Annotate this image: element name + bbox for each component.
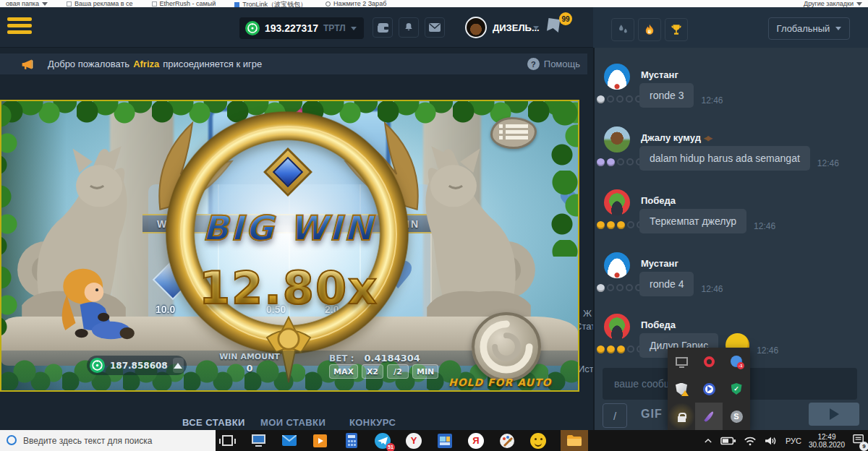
chevron-down-icon — [42, 2, 48, 6]
message-author: Победа — [641, 195, 676, 206]
chevron-down-icon — [856, 2, 862, 6]
chevron-down-icon — [533, 26, 539, 30]
taskbar-search-input[interactable] — [0, 430, 216, 451]
tray-expand-icon[interactable] — [703, 436, 713, 446]
hold-for-auto-label: HOLD FOR AUTO — [448, 377, 551, 388]
medal-icon — [626, 284, 633, 291]
yandex-browser-button[interactable]: Y — [405, 432, 422, 450]
bookmark-item[interactable]: Нажмите 2 Зараб — [326, 0, 386, 7]
megaphone-icon — [20, 58, 35, 71]
message-time: 12:46 — [701, 95, 723, 108]
task-view-button[interactable] — [218, 432, 236, 450]
chat-toggle-button[interactable]: 99 — [545, 17, 566, 39]
chevron-down-icon — [351, 27, 357, 30]
trophy-icon — [670, 23, 683, 36]
language-indicator[interactable]: РУС — [786, 437, 801, 445]
notifications-button[interactable] — [399, 17, 419, 38]
media-player-icon — [703, 383, 715, 395]
question-icon: ? — [527, 58, 540, 70]
message-bubble: Теркемпат джелур — [639, 209, 746, 233]
wifi-icon[interactable] — [744, 435, 757, 446]
channel-select[interactable]: Глобальный — [768, 17, 850, 40]
avatar[interactable] — [604, 252, 630, 278]
action-center-button[interactable]: 9 — [852, 434, 865, 448]
game-balance-value: 187.858608 — [110, 361, 168, 371]
app-badge: -1 — [737, 362, 744, 369]
mail-app-button[interactable] — [281, 432, 298, 450]
message-bubble: ronde 3 — [639, 83, 694, 108]
bookmark-item[interactable]: EtherRush - самый — [152, 0, 216, 7]
medal-icon — [607, 345, 615, 353]
mail-button[interactable] — [425, 17, 445, 38]
balance-pill[interactable]: 193.227317 ТРТЛ — [239, 17, 364, 39]
message-bubble: dalam hidup harus ada semangat — [639, 146, 810, 171]
paint-app-button[interactable] — [498, 432, 516, 450]
yandex-app-button[interactable]: Я — [467, 432, 485, 450]
tray-app[interactable] — [668, 403, 695, 430]
bookmark-item[interactable]: овая папка — [6, 0, 48, 7]
balance-value: 193.227317 — [265, 22, 318, 34]
slash-command-button[interactable]: / — [603, 403, 627, 428]
rain-icon — [616, 23, 629, 36]
tray-app[interactable]: -1 — [723, 348, 750, 375]
partial-label: Ж — [583, 308, 592, 319]
avatar[interactable] — [604, 189, 630, 215]
photos-app-button[interactable] — [436, 432, 454, 450]
bet-x2-button[interactable]: X2 — [362, 364, 383, 379]
tray-app[interactable] — [668, 375, 695, 403]
svg-text:B: B — [648, 30, 651, 34]
tray-app[interactable] — [668, 348, 695, 375]
envelope-icon — [429, 23, 441, 32]
tab-my-bets[interactable]: МОИ СТАВКИ — [260, 417, 326, 428]
bet-half-button[interactable]: /2 — [387, 364, 409, 379]
contest-button[interactable] — [665, 18, 688, 41]
medal-icon — [597, 95, 605, 103]
tab-contest[interactable]: КОНКУРС — [349, 417, 396, 428]
volume-icon[interactable] — [764, 435, 778, 447]
menu-hamburger-button[interactable] — [7, 17, 32, 38]
battery-icon[interactable] — [720, 436, 736, 446]
send-button[interactable] — [809, 403, 859, 426]
tab-all-bets[interactable]: ВСЕ СТАВКИ — [182, 417, 245, 428]
tray-app[interactable] — [695, 403, 723, 430]
tray-app[interactable] — [695, 375, 723, 403]
bet-max-button[interactable]: MAX — [329, 364, 358, 379]
medal-row — [597, 158, 643, 166]
avatar[interactable] — [604, 126, 630, 153]
calculator-button[interactable] — [343, 432, 360, 450]
other-bookmarks[interactable]: Другие закладки — [804, 0, 862, 7]
feather-icon — [704, 411, 714, 422]
medal-icon — [607, 221, 615, 229]
taskbar-clock[interactable]: 12:49 30.08.2020 — [809, 433, 845, 449]
fire-button[interactable]: B — [638, 18, 661, 41]
avatar[interactable] — [604, 314, 630, 340]
medal-icon — [607, 284, 614, 291]
tray-app[interactable] — [695, 348, 723, 375]
file-explorer-button[interactable] — [561, 430, 588, 451]
message-time: 12:46 — [701, 284, 723, 296]
bet-min-button[interactable]: MIN — [412, 364, 438, 379]
up-arrow-icon — [174, 363, 182, 369]
butterfly-icon: ◀▶ — [704, 134, 711, 142]
medal-icon — [597, 284, 605, 292]
user-avatar[interactable] — [465, 17, 487, 38]
telegram-button[interactable]: 51 — [374, 432, 391, 450]
tray-app[interactable]: ✓ — [723, 375, 750, 403]
gif-button[interactable]: GIF — [641, 408, 663, 421]
increase-button[interactable] — [173, 358, 184, 373]
media-player-button[interactable] — [312, 432, 329, 450]
tray-app[interactable]: S — [723, 403, 750, 430]
remote-desktop-button[interactable] — [250, 432, 267, 450]
medal-icon — [597, 221, 605, 229]
emoji-app-button[interactable] — [529, 432, 547, 450]
spin-button[interactable] — [472, 312, 541, 382]
rain-button[interactable] — [611, 18, 634, 41]
win-amount-label: WIN AMOUNT — [210, 352, 289, 361]
medal-row — [597, 221, 644, 229]
help-button[interactable]: ? Помощь — [527, 58, 587, 70]
wallet-button[interactable] — [373, 17, 393, 38]
chat-badge: 99 — [559, 12, 572, 25]
avatar[interactable] — [604, 64, 630, 90]
bookmark-item[interactable]: Ваша реклама в се — [67, 0, 133, 7]
bookmark-item[interactable]: TronLink（波宝钱包） — [234, 0, 307, 7]
